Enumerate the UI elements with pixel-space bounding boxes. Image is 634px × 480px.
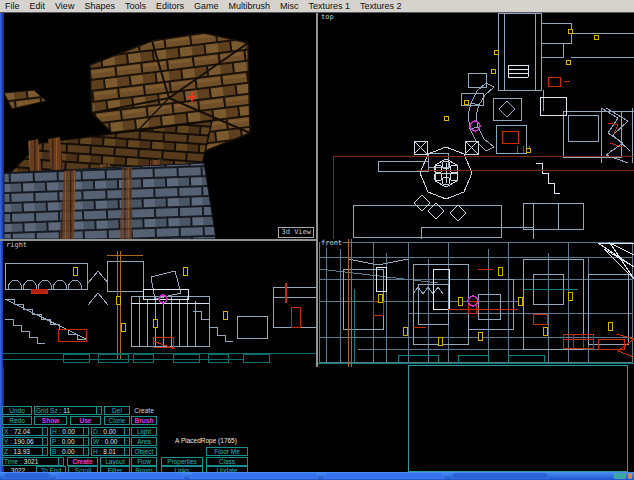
menu-shapes[interactable]: Shapes (79, 1, 120, 12)
taskbar-window-button-2[interactable] (190, 473, 318, 479)
mode-column-header: Create (131, 407, 157, 416)
y-spinner[interactable]: : (42, 438, 46, 445)
show-toggle[interactable]: Show (34, 416, 67, 425)
viewport-top[interactable]: top (318, 13, 634, 239)
windows-taskbar[interactable] (0, 472, 634, 480)
taskbar-tray-icon (628, 473, 632, 479)
menu-file[interactable]: File (0, 1, 25, 12)
time-value[interactable]: 3021 (22, 458, 58, 465)
heading-field[interactable]: H : 0.00 : (50, 427, 89, 436)
z-label: Z : (4, 448, 12, 455)
right-wireframe (3, 241, 316, 367)
h2-spinner[interactable]: : (124, 448, 128, 455)
b-value[interactable]: 0.00 (60, 448, 83, 455)
delete-button[interactable]: Del (104, 406, 130, 415)
taskbar-window-button-3[interactable] (324, 473, 444, 479)
front-wireframe (318, 239, 634, 367)
pitch-field[interactable]: P : 0.00 : (50, 437, 89, 446)
menu-bar: File Edit View Shapes Tools Editors Game… (0, 0, 634, 13)
properties-button[interactable]: Properties (161, 457, 203, 466)
time-label: Time : (4, 458, 22, 465)
w-label: W : (93, 438, 103, 445)
mode-light-button[interactable]: Light (131, 427, 157, 436)
menu-tools[interactable]: Tools (120, 1, 151, 12)
menu-editors[interactable]: Editors (151, 1, 189, 12)
class-button[interactable]: Class (206, 457, 248, 466)
d-spinner[interactable]: : (124, 428, 128, 435)
d-value[interactable]: 0.00 (101, 428, 124, 435)
grid-size-spinner[interactable]: : (96, 407, 100, 414)
position-z-field[interactable]: Z : 13.93 : (2, 447, 48, 456)
3d-render (4, 13, 316, 239)
menu-misc[interactable]: Misc (275, 1, 304, 12)
grid-size-label: Grid Sz : (36, 407, 61, 414)
menu-textures1[interactable]: Textures 1 (303, 1, 355, 12)
app-window: File Edit View Shapes Tools Editors Game… (0, 0, 634, 480)
h-spinner[interactable]: : (83, 428, 87, 435)
clone-button[interactable]: Clone (104, 416, 130, 425)
time-spinner[interactable]: : (58, 458, 62, 465)
p-value[interactable]: 0.00 (60, 438, 83, 445)
mode-brush-button[interactable]: Brush (131, 416, 157, 425)
editor-area: 3d View (0, 13, 634, 472)
viewport-right-label: right (5, 241, 28, 250)
menu-game[interactable]: Game (189, 1, 224, 12)
time-field[interactable]: Time : 3021 : (2, 457, 64, 466)
y-label: Y : (4, 438, 12, 445)
x-value[interactable]: 72.04 (12, 428, 42, 435)
viewport-3d-label: 3d View (278, 227, 314, 238)
mode-area-button[interactable]: Area (131, 437, 157, 446)
b-spinner[interactable]: : (83, 448, 87, 455)
h2-label: H : (93, 448, 101, 455)
h-label: H : (52, 428, 60, 435)
use-toggle[interactable]: Use (70, 416, 101, 425)
menu-multibrush[interactable]: Multibrush (223, 1, 275, 12)
taskbar-tray[interactable] (614, 473, 626, 479)
w-spinner[interactable]: : (124, 438, 128, 445)
create-mode-button[interactable]: Create (67, 457, 98, 466)
mode-object-button[interactable]: Object (131, 447, 157, 456)
z-value[interactable]: 13.93 (12, 448, 43, 455)
viewport-3d[interactable]: 3d View (4, 13, 316, 239)
control-panel: Undo Grid Sz : 11 : Del Redo Show Use Cl… (0, 406, 260, 472)
p-spinner[interactable]: : (83, 438, 87, 445)
bank-field[interactable]: B : 0.00 : (50, 447, 89, 456)
grid-size-value[interactable]: 11 (61, 407, 96, 414)
mode-flow-button[interactable]: Flow (131, 457, 157, 466)
preview-panel (408, 365, 628, 472)
p-label: P : (52, 438, 60, 445)
width-field[interactable]: W : 0.00 : (91, 437, 130, 446)
b-label: B : (52, 448, 60, 455)
w-value[interactable]: 0.00 (103, 438, 124, 445)
height-field[interactable]: H : 8.01 : (91, 447, 130, 456)
z-spinner[interactable]: : (42, 448, 46, 455)
depth-field[interactable]: D : 0.00 : (91, 427, 130, 436)
x-spinner[interactable]: : (42, 428, 46, 435)
position-x-field[interactable]: X : 72.04 : (2, 427, 48, 436)
top-wireframe (318, 13, 634, 239)
viewport-front-label: front (320, 239, 343, 248)
taskbar-window-button-4[interactable] (452, 473, 548, 479)
undo-button[interactable]: Undo (2, 406, 32, 415)
taskbar-window-button-1[interactable] (56, 473, 184, 479)
menu-textures2[interactable]: Textures 2 (355, 1, 407, 12)
h2-value[interactable]: 8.01 (101, 448, 124, 455)
viewport-top-label: top (320, 13, 335, 22)
floor-me-button[interactable]: Floor Me (206, 447, 248, 456)
h-value[interactable]: 0.00 (60, 428, 83, 435)
viewport-front[interactable]: front (318, 239, 634, 367)
layout-button[interactable]: Layout (100, 457, 130, 466)
grid-size-field[interactable]: Grid Sz : 11 : (34, 406, 102, 415)
menu-edit[interactable]: Edit (25, 1, 51, 12)
selection-name: A PlacedRope (1765) (164, 437, 248, 446)
redo-button[interactable]: Redo (2, 416, 32, 425)
x-label: X : (4, 428, 12, 435)
d-label: D : (93, 428, 101, 435)
viewport-right[interactable]: right (3, 241, 316, 367)
position-y-field[interactable]: Y : 190.06 : (2, 437, 48, 446)
y-value[interactable]: 190.06 (12, 438, 42, 445)
taskbar-quicklaunch[interactable] (4, 473, 50, 479)
menu-view[interactable]: View (50, 1, 79, 12)
